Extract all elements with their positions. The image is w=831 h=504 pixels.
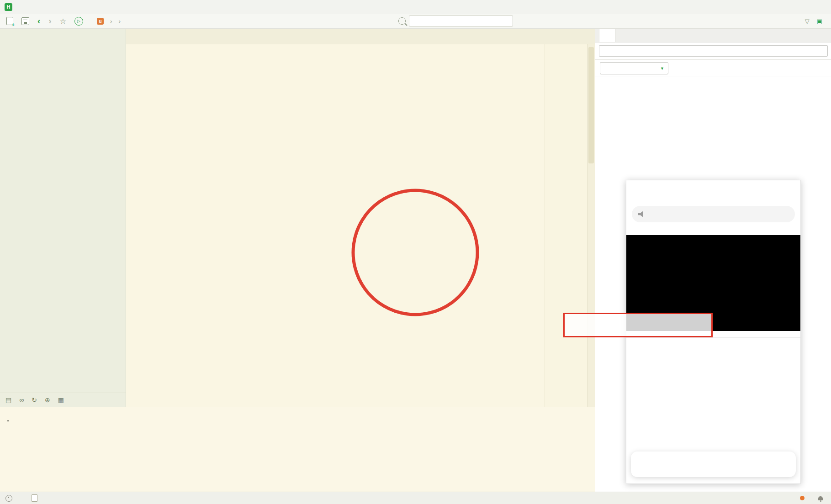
url-input[interactable] — [599, 45, 828, 57]
project-manager-icon[interactable]: ▤ — [5, 396, 11, 404]
watch-icon[interactable]: ∞ — [19, 396, 24, 404]
fold-gutter — [148, 44, 156, 407]
divider — [626, 337, 800, 338]
bookmark-button[interactable]: ☆ — [60, 17, 66, 26]
browser-tabs — [595, 28, 831, 42]
app-header — [626, 180, 800, 205]
sidebar-footer: ▤ ∞ ↻ ⊕ ▦ — [0, 393, 126, 407]
refresh-icon[interactable]: ↻ — [32, 396, 37, 404]
browser-controls: ▼ — [595, 60, 831, 77]
chevron-right-icon: › — [110, 18, 112, 25]
console-output — [0, 421, 595, 492]
nav-back-button[interactable]: ‹ — [37, 16, 40, 26]
notification-dot-icon[interactable] — [800, 496, 805, 500]
bell-icon[interactable] — [818, 496, 823, 500]
breadcrumb: u › › — [97, 18, 124, 25]
scrollbar-thumb[interactable] — [588, 47, 594, 163]
window-controls — [776, 0, 831, 14]
add-icon[interactable]: ⊕ — [45, 396, 50, 404]
new-file-icon — [6, 17, 13, 25]
search-input[interactable] — [409, 16, 513, 26]
console-tab[interactable] — [7, 407, 9, 421]
browser-tab[interactable] — [599, 29, 615, 42]
open-last-preview[interactable] — [32, 494, 40, 502]
maximize-button[interactable] — [794, 0, 813, 14]
new-file-button[interactable] — [6, 17, 13, 25]
save-icon — [21, 17, 29, 25]
statusbar-right — [745, 496, 831, 500]
preview-stage — [595, 77, 831, 492]
close-button[interactable] — [813, 0, 831, 14]
phone-preview — [626, 180, 801, 484]
minimap[interactable] — [545, 44, 587, 407]
console-header — [0, 407, 595, 421]
statusbar — [0, 492, 831, 504]
editor — [126, 28, 595, 407]
nav-forward-button[interactable]: › — [48, 16, 51, 26]
statusbar-left — [0, 494, 40, 502]
toolbar-right: ▽ ▣ — [805, 18, 825, 25]
url-bar — [595, 42, 831, 60]
hbuilderx-logo-icon: H — [5, 3, 12, 11]
speaker-icon — [638, 211, 645, 217]
file-search — [398, 16, 513, 26]
preview-button[interactable]: ▣ — [817, 18, 825, 25]
chevron-down-icon: ▼ — [660, 66, 664, 71]
video-player[interactable] — [626, 235, 800, 331]
preview-icon: ▣ — [817, 18, 822, 25]
project-icon: u — [97, 18, 104, 25]
grid-icon[interactable]: ▦ — [58, 396, 64, 404]
code-lines[interactable] — [156, 44, 545, 407]
minimize-button[interactable] — [776, 0, 794, 14]
device-select[interactable]: ▼ — [600, 62, 668, 74]
code-area[interactable] — [126, 44, 595, 407]
search-icon — [398, 17, 406, 25]
login-status[interactable] — [5, 495, 15, 502]
run-button[interactable]: ▷ — [74, 17, 83, 26]
line-number-gutter — [126, 44, 148, 407]
menubar: H — [0, 0, 831, 14]
editor-scrollbar[interactable] — [587, 44, 595, 407]
file-tree — [0, 28, 126, 393]
run-icon: ▷ — [74, 17, 83, 26]
notice-bar[interactable] — [632, 206, 795, 222]
console-panel — [0, 407, 595, 492]
editor-tabs — [126, 28, 595, 44]
toolbar: ‹ › ☆ ▷ u › › ▽ ▣ — [0, 14, 831, 29]
chevron-right-icon: › — [119, 18, 121, 25]
sidebar: ▤ ∞ ↻ ⊕ ▦ — [0, 28, 126, 407]
user-icon — [5, 495, 12, 502]
save-button[interactable] — [21, 17, 29, 25]
web-browser-panel: ▼ — [595, 28, 831, 492]
filter-icon[interactable]: ▽ — [805, 18, 810, 25]
file-icon — [32, 494, 37, 502]
app-tabbar — [631, 452, 796, 477]
